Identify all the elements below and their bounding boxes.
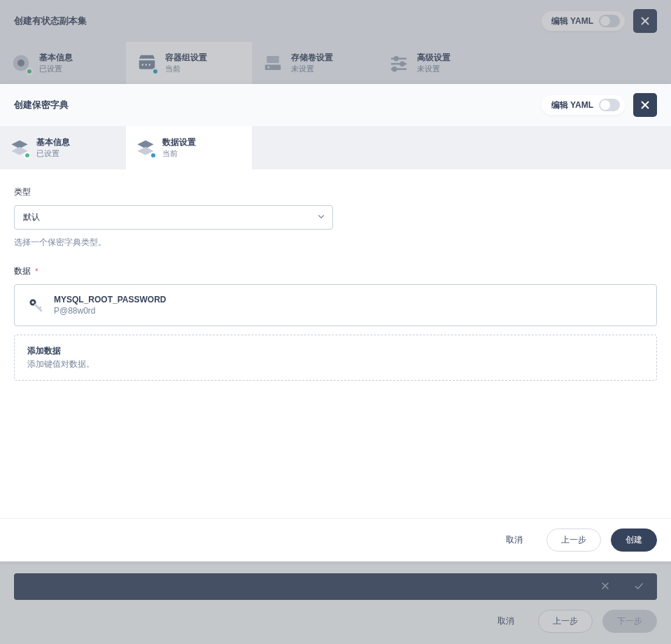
- required-marker: *: [35, 267, 38, 276]
- modal-edit-yaml-label: 编辑 YAML: [551, 99, 593, 111]
- add-data-title: 添加数据: [27, 345, 644, 357]
- add-data-sub: 添加键值对数据。: [27, 358, 644, 370]
- modal-cancel-button[interactable]: 取消: [492, 528, 537, 552]
- modal-step-label: 数据设置: [162, 136, 196, 148]
- modal-step-status: 已设置: [36, 148, 70, 159]
- modal-step-basic[interactable]: 基本信息 已设置: [0, 126, 126, 169]
- modal-step-status: 当前: [162, 148, 196, 159]
- data-entry-key: MYSQL_ROOT_PASSWORD: [54, 295, 166, 304]
- toggle-track: [599, 99, 620, 111]
- close-icon: [639, 99, 651, 111]
- modal-step-data[interactable]: 数据设置 当前: [126, 126, 252, 169]
- modal-title: 创建保密字典: [14, 99, 69, 111]
- modal-close-button[interactable]: [633, 93, 657, 117]
- type-help-text: 选择一个保密字典类型。: [14, 237, 657, 248]
- modal-step-tabs: 基本信息 已设置 数据设置 当前: [0, 126, 671, 169]
- data-entry-card[interactable]: MYSQL_ROOT_PASSWORD P@88w0rd: [14, 284, 657, 326]
- create-secret-modal: 创建保密字典 编辑 YAML 基本信息 已设置: [0, 84, 671, 561]
- data-entry-value: P@88w0rd: [54, 306, 166, 316]
- layers-icon: [10, 138, 29, 158]
- svg-point-25: [31, 301, 34, 304]
- type-select[interactable]: 默认: [14, 205, 333, 230]
- modal-step-label: 基本信息: [36, 136, 70, 148]
- key-icon: [27, 297, 44, 314]
- add-data-card[interactable]: 添加数据 添加键值对数据。: [14, 335, 657, 381]
- data-label: 数据 *: [14, 265, 657, 277]
- modal-prev-button[interactable]: 上一步: [546, 528, 601, 552]
- layers-icon: [136, 138, 155, 158]
- modal-edit-yaml-toggle[interactable]: 编辑 YAML: [542, 95, 625, 115]
- modal-create-button[interactable]: 创建: [611, 528, 657, 552]
- type-label: 类型: [14, 186, 657, 198]
